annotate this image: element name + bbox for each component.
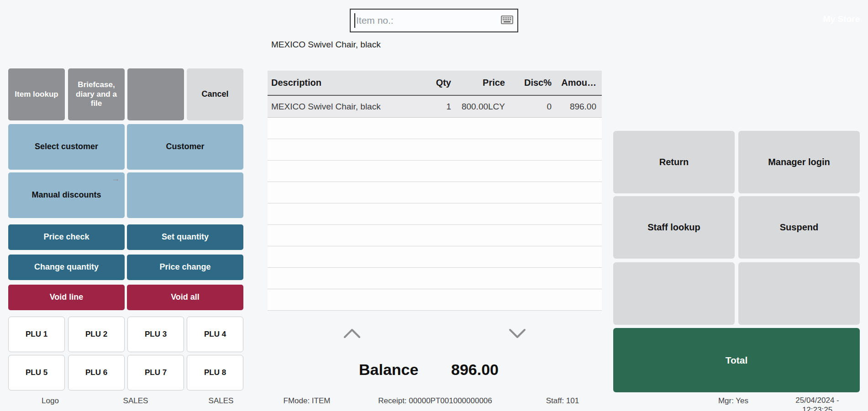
line-description: MEXICO Swivel Chair, black: [271, 102, 410, 112]
column-header-description: Description: [271, 78, 410, 88]
staff-lookup-button[interactable]: Staff lookup: [613, 196, 735, 259]
empty-receipt-row: [268, 225, 602, 246]
select-customer-button[interactable]: Select customer: [8, 124, 125, 170]
column-header-amount: Amou…: [552, 78, 596, 88]
plu-2-button[interactable]: PLU 2: [68, 317, 125, 352]
scanned-item-name: MEXICO Swivel Chair, black: [271, 40, 381, 50]
status-fmode: FMode: ITEM: [284, 396, 331, 406]
suspend-button[interactable]: Suspend: [738, 196, 860, 259]
price-change-button[interactable]: Price change: [127, 255, 243, 280]
plu-8-button[interactable]: PLU 8: [187, 355, 243, 390]
plu-7-button[interactable]: PLU 7: [127, 355, 184, 390]
item-lookup-button[interactable]: Item lookup: [8, 68, 65, 120]
line-price: 800.00LCY: [451, 102, 505, 112]
empty-receipt-row: [268, 246, 602, 268]
void-line-button[interactable]: Void line: [8, 285, 125, 310]
empty-receipt-row: [268, 268, 602, 289]
text-caret: [354, 13, 355, 28]
item-number-input[interactable]: Item no.:: [350, 9, 518, 32]
status-sales-mode-1: SALES: [123, 396, 148, 406]
item-input-placeholder: Item no.:: [356, 15, 394, 26]
column-header-price: Price: [451, 78, 505, 88]
manual-discounts-button[interactable]: → Manual discounts: [8, 172, 125, 218]
column-header-qty: Qty: [410, 78, 451, 88]
empty-receipt-row: [268, 161, 602, 182]
status-datetime: 25/04/2024 - 12:23:25: [795, 395, 839, 411]
total-button[interactable]: Total: [613, 328, 860, 392]
status-receipt-number: Receipt: 00000PT001000000006: [378, 396, 492, 406]
change-quantity-button[interactable]: Change quantity: [8, 255, 125, 280]
empty-receipt-row: [268, 289, 602, 311]
status-staff-id: Staff: 101: [546, 396, 579, 406]
set-quantity-button[interactable]: Set quantity: [127, 224, 243, 250]
store-name: My Store: [823, 14, 860, 24]
blank-right-button[interactable]: [613, 262, 735, 325]
scroll-down-button[interactable]: [508, 328, 526, 339]
empty-receipt-row: [268, 139, 602, 161]
receipt-line[interactable]: MEXICO Swivel Chair, black 1 800.00LCY 0…: [268, 96, 602, 118]
blank-gray-button[interactable]: [127, 68, 184, 120]
plu-5-button[interactable]: PLU 5: [8, 355, 65, 390]
line-disc: 0: [505, 102, 552, 112]
keyboard-icon[interactable]: [501, 16, 513, 26]
chevron-down-icon: [508, 328, 526, 339]
chevron-up-icon: [343, 328, 361, 339]
price-check-button[interactable]: Price check: [8, 224, 125, 250]
plu-3-button[interactable]: PLU 3: [127, 317, 184, 352]
manager-login-button[interactable]: Manager login: [738, 131, 860, 193]
line-qty: 1: [410, 102, 451, 112]
void-all-button[interactable]: Void all: [127, 285, 243, 310]
empty-receipt-row: [268, 203, 602, 225]
receipt-table: Description Qty Price Disc% Amou… MEXICO…: [268, 71, 602, 311]
status-sales-mode-2: SALES: [209, 396, 234, 406]
plu-4-button[interactable]: PLU 4: [187, 317, 243, 352]
column-header-disc: Disc%: [505, 78, 552, 88]
pos-sales-screen: { "header": { "item_input_placeholder": …: [0, 0, 868, 411]
receipt-table-header: Description Qty Price Disc% Amou…: [268, 71, 602, 96]
submenu-arrow-icon: →: [111, 173, 120, 184]
customer-button[interactable]: Customer: [127, 124, 243, 170]
empty-receipt-row: [268, 182, 602, 203]
cancel-button[interactable]: Cancel: [187, 68, 243, 120]
plu-6-button[interactable]: PLU 6: [68, 355, 125, 390]
plu-1-button[interactable]: PLU 1: [8, 317, 65, 352]
status-date-line1: 25/04/2024 -: [795, 396, 839, 405]
status-logo: Logo: [42, 396, 59, 406]
status-date-line2: 12:23:25: [802, 406, 832, 411]
empty-receipt-row: [268, 118, 602, 139]
blank-blue-button[interactable]: [127, 172, 243, 218]
blank-right-button[interactable]: [738, 262, 860, 325]
return-button[interactable]: Return: [613, 131, 735, 193]
balance-label: Balance: [359, 361, 418, 379]
balance-value: 896.00: [451, 361, 499, 379]
scroll-up-button[interactable]: [343, 328, 361, 339]
status-manager-flag: Mgr: Yes: [718, 396, 748, 406]
manual-discounts-label: Manual discounts: [32, 190, 101, 200]
briefcase-diary-file-button[interactable]: Briefcase, diary and a file: [68, 68, 125, 120]
line-amount: 896.00: [552, 102, 596, 112]
